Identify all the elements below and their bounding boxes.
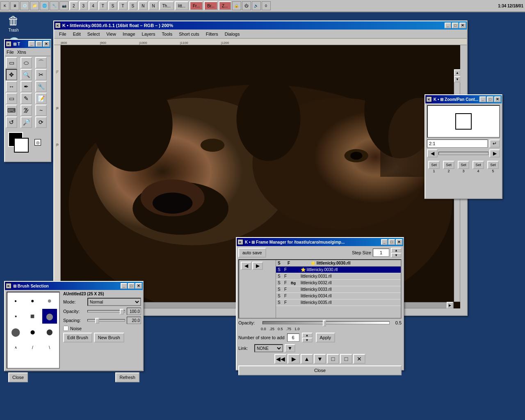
brush-minimize[interactable]: _ — [121, 283, 127, 289]
scroll-up-btn[interactable]: ▲ — [454, 69, 460, 76]
task-btn-fr[interactable]: Fr... — [189, 1, 203, 10]
tool-smudge[interactable]: ~ — [35, 105, 47, 116]
tool-measure[interactable]: ↔ — [6, 81, 17, 92]
nav-up-btn[interactable]: ▲ — [301, 354, 313, 364]
brush-maximize[interactable]: □ — [128, 283, 135, 289]
tool-eraser[interactable]: 📝 — [35, 93, 47, 104]
app-icon-6[interactable]: 📷 — [59, 1, 68, 10]
spacing-thumb[interactable] — [95, 318, 99, 324]
tool-pencil[interactable]: ✎ — [21, 93, 32, 104]
frame-prev-btn[interactable]: ◀ — [241, 262, 251, 270]
tool-rect-select[interactable]: ▭ — [6, 57, 17, 68]
frame-row-2[interactable]: S F Bg littlenicky.0032.rll — [276, 280, 401, 286]
tool-scale[interactable]: 🔎 — [21, 116, 32, 128]
set-btn-5[interactable]: Set — [487, 161, 499, 169]
zoom-confirm-btn[interactable]: ↵ — [489, 139, 500, 148]
menu-dialogs[interactable]: Dialogs — [221, 31, 243, 37]
trash-icon[interactable]: 🗑 Trash — [3, 14, 24, 32]
nav-square1-btn[interactable]: □ — [327, 354, 339, 364]
frame-row-5[interactable]: S F littlenicky.0035.rll — [276, 299, 401, 306]
volume-icon[interactable]: 🔊 — [252, 1, 261, 10]
quick-mask-btn[interactable]: ◎ — [34, 139, 41, 146]
tool-heal[interactable]: 🔧 — [35, 81, 47, 92]
new-brush-btn[interactable]: New Brush — [94, 333, 124, 342]
mode-select[interactable]: Normal — [87, 298, 141, 306]
task-btn-n2[interactable]: N — [148, 1, 158, 10]
brush-item-7[interactable]: ⬤ — [8, 324, 23, 339]
scroll-down-btn[interactable]: ▼ — [454, 76, 460, 82]
link-arrow-btn[interactable]: ▼ — [285, 344, 295, 352]
menu-shortcuts[interactable]: Short cuts — [176, 31, 203, 37]
app-icon-3[interactable]: 📁 — [30, 1, 39, 10]
fg-bg-colors[interactable] — [8, 132, 29, 153]
brush-item-10[interactable]: /\\ — [8, 340, 23, 355]
opacity-slider-frame[interactable] — [262, 321, 390, 324]
toolbox-close[interactable]: ✕ — [43, 41, 50, 47]
task-btn-z[interactable]: Z... — [219, 1, 231, 10]
close-btn[interactable]: ✕ — [459, 23, 466, 28]
zoom-minimize[interactable]: _ — [479, 96, 486, 102]
tool-blur[interactable]: 🌫 — [21, 105, 32, 116]
toolbox-menu-xtns[interactable]: Xtns — [17, 50, 26, 55]
main-titlebar[interactable]: K K • littlenicky.0030.rll-1.1 (16bit fl… — [54, 21, 467, 30]
nav-down-btn[interactable]: ▼ — [314, 354, 326, 364]
zoom-slider-left[interactable]: ◀ — [427, 149, 438, 158]
task-btn-t[interactable]: T — [98, 1, 107, 10]
store-down-btn[interactable]: ▼ — [302, 338, 313, 342]
menu-image[interactable]: Image — [119, 31, 139, 37]
opacity-thumb[interactable] — [120, 309, 124, 315]
frame-close-btn[interactable]: Close — [238, 365, 402, 375]
lock-icon[interactable]: 🔒 — [232, 1, 241, 10]
frame-next-btn[interactable]: ▶ — [252, 262, 263, 270]
brush-item-9[interactable]: ⬤ — [42, 324, 57, 339]
task-btn-s2[interactable]: S — [128, 1, 138, 10]
store-up-btn[interactable]: ▲ — [302, 333, 313, 338]
brush-item-5[interactable]: ⬛ — [25, 309, 40, 324]
menu-tools[interactable]: Tools — [159, 31, 176, 37]
menu-file[interactable]: File — [56, 31, 70, 37]
toolbox-menu-file[interactable]: File — [7, 50, 14, 55]
tool-eyedrop[interactable]: ✒ — [21, 81, 32, 92]
tool-move[interactable]: ✥ — [6, 69, 17, 80]
brush-close-btn[interactable]: Close — [8, 372, 28, 382]
set-btn-4[interactable]: Set — [472, 161, 484, 169]
spacing-slider[interactable] — [87, 319, 125, 322]
brush-item-11[interactable]: / — [25, 340, 40, 355]
zoom-slider[interactable] — [438, 152, 488, 155]
brush-item-3[interactable]: ● — [42, 293, 57, 308]
zoom-close-title[interactable]: ✕ — [494, 96, 501, 102]
tool-ellipse-select[interactable]: ⬭ — [21, 57, 32, 68]
set-btn-1[interactable]: Set — [428, 161, 440, 169]
frame-row-4[interactable]: S F littlenicky.0034.rll — [276, 293, 401, 299]
task-btn-litt[interactable]: litt... — [175, 1, 189, 10]
step-up-btn[interactable]: ▲ — [391, 248, 402, 253]
task-btn-s[interactable]: S — [108, 1, 118, 10]
link-select[interactable]: NONE — [254, 344, 283, 352]
tool-zoom[interactable]: 🔍 — [21, 69, 32, 80]
app-icon-5[interactable]: 🔧 — [50, 1, 59, 10]
task-btn-n[interactable]: N — [138, 1, 148, 10]
tool-crop[interactable]: ✂ — [35, 69, 47, 80]
tool-free-select[interactable]: ⌒ — [35, 57, 47, 68]
brush-item-2[interactable]: ● — [25, 293, 40, 308]
task-btn-br[interactable]: Br... — [204, 1, 218, 10]
brush-item-8[interactable]: ⬤ — [25, 324, 40, 339]
brush-item-6[interactable]: ⬤ — [42, 309, 57, 324]
frame-close-title[interactable]: ✕ — [396, 239, 402, 245]
frame-maximize[interactable]: □ — [388, 239, 395, 245]
brush-item-4[interactable]: ★ — [8, 309, 23, 324]
auto-save-btn[interactable]: auto save — [238, 248, 266, 258]
menu-edit[interactable]: Edit — [70, 31, 84, 37]
task-btn-3[interactable]: 4 — [89, 1, 98, 10]
noise-checkbox[interactable] — [63, 326, 68, 331]
scroll-right-btn[interactable]: ▶ — [447, 302, 453, 308]
brush-titlebar[interactable]: K ⊞ Brush Selection _ □ ✕ — [5, 282, 143, 290]
task-btn-t2[interactable]: T — [118, 1, 127, 10]
zoom-titlebar[interactable]: K K • ⊞ Zoom/Pan Cont... _ □ ✕ — [425, 95, 502, 103]
frame-row-0[interactable]: S F ⭐ littlenicky.0030.rll — [276, 267, 401, 273]
tool-clone[interactable]: ⌨ — [6, 105, 17, 116]
tool-warp[interactable]: ⟳ — [35, 116, 47, 128]
store-value-input[interactable] — [287, 333, 299, 342]
menu-layers[interactable]: Layers — [139, 31, 159, 37]
frame-row-1[interactable]: S F littlenicky.0031.rll — [276, 273, 401, 280]
